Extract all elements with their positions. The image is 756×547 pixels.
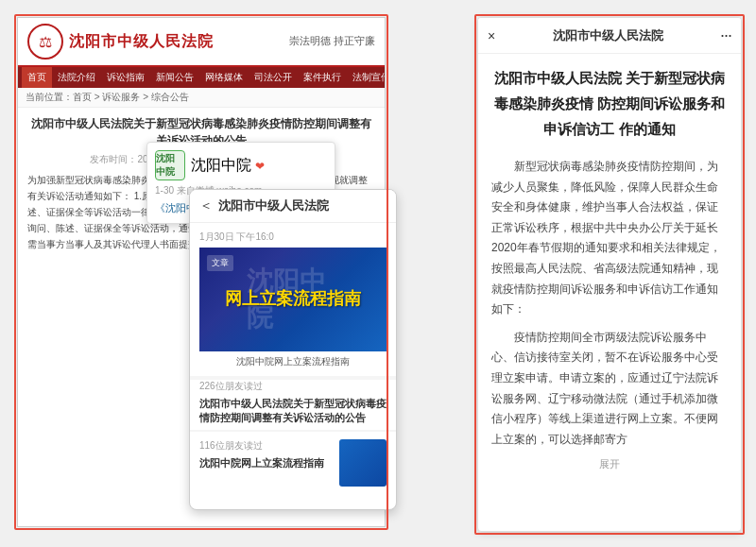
nav-case[interactable]: 案件执行 bbox=[298, 67, 347, 88]
body-paragraph-1: 新型冠状病毒感染肺炎疫情防控期间，为减少人员聚集，降低风险，保障人民群众生命安全… bbox=[491, 157, 728, 320]
nav-guide[interactable]: 诉讼指南 bbox=[101, 67, 150, 88]
video-caption: 沈阳中院网上立案流程指南 bbox=[199, 355, 387, 368]
mobile-header: ＜ 沈阳市中级人民法院 bbox=[190, 190, 396, 223]
mobile-app-title: 沈阳市中级人民法院 bbox=[218, 197, 329, 214]
news-title-2[interactable]: 沈阳中院网上立案流程指南 bbox=[199, 456, 332, 470]
close-button[interactable]: × bbox=[488, 28, 495, 43]
article-main-title: 沈阳市中级人民法院 关于新型冠状病毒感染肺炎疫情 防控期间诉讼服务和申诉信访工 … bbox=[491, 65, 728, 142]
mobile-back-button[interactable]: ＜ bbox=[199, 197, 213, 214]
wechat-name-container: 沈阳中院 ❤ bbox=[191, 156, 265, 176]
mobile-content: 1月30日 下午16:0 沈阳中院 文章 网上立案流程指南 沈阳中院网上立案流程… bbox=[190, 223, 396, 494]
wechat-avatar: 沈阳 中院 bbox=[155, 150, 185, 180]
nav-bar: 首页 法院介绍 诉讼指南 新闻公告 网络媒体 司法公开 案件执行 法制宣传 开门… bbox=[18, 67, 385, 88]
read-count-1: 226位朋友读过 bbox=[199, 380, 387, 393]
wechat-account-name: 沈阳中院 ❤ bbox=[191, 156, 265, 176]
news-title-1[interactable]: 沈阳市中级人民法院关于新型冠状病毒疫情防控期间调整有关诉讼活动的公告 bbox=[199, 397, 387, 426]
site-header: ⚖ 沈阳市中级人民法院 崇法明德 持正守廉 bbox=[18, 18, 385, 67]
logo-glyph: ⚖ bbox=[39, 33, 52, 51]
nav-home[interactable]: 首页 bbox=[22, 67, 52, 88]
video-thumbnail[interactable]: 沈阳中院 文章 网上立案流程指南 bbox=[199, 248, 387, 351]
video-label: 文章 bbox=[207, 255, 233, 271]
mobile-news-item-2: 116位朋友读过 沈阳中院网上立案流程指南 bbox=[190, 432, 396, 494]
more-options-button[interactable]: ··· bbox=[720, 26, 731, 45]
mobile-date: 1月30日 下午16:0 bbox=[199, 231, 387, 244]
expand-button[interactable]: 展开 bbox=[491, 457, 728, 471]
nav-news[interactable]: 新闻公告 bbox=[150, 67, 199, 88]
site-logo: ⚖ 沈阳市中级人民法院 bbox=[27, 24, 214, 60]
body-paragraph-2: 疫情防控期间全市两级法院诉讼服务中心、信访接待室关闭，暂不在诉讼服务中心受理立案… bbox=[491, 328, 728, 451]
breadcrumb: 当前位置：首页 > 诉讼服务 > 综合公告 bbox=[18, 88, 385, 108]
wechat-heart-icon: ❤ bbox=[255, 160, 265, 173]
site-slogan: 崇法明德 持正守廉 bbox=[289, 34, 375, 48]
article-detail-panel: × 沈阳市中级人民法院 ··· 沈阳市中级人民法院 关于新型冠状病毒感染肺炎疫情… bbox=[477, 17, 742, 532]
right-panel-content: 沈阳市中级人民法院 关于新型冠状病毒感染肺炎疫情 防控期间诉讼服务和申诉信访工 … bbox=[478, 54, 741, 527]
nav-judicial[interactable]: 司法公开 bbox=[249, 67, 298, 88]
nav-intro[interactable]: 法院介绍 bbox=[52, 67, 101, 88]
mobile-app-panel: ＜ 沈阳市中级人民法院 1月30日 下午16:0 沈阳中院 文章 网上立案流程指… bbox=[189, 189, 397, 510]
video-main-text: 网上立案流程指南 bbox=[225, 288, 361, 310]
court-logo-icon: ⚖ bbox=[27, 24, 63, 60]
right-panel-title: 沈阳市中级人民法院 bbox=[553, 27, 663, 44]
wechat-header: 沈阳 中院 沈阳中院 ❤ bbox=[155, 150, 327, 180]
article-main-body: 新型冠状病毒感染肺炎疫情防控期间，为减少人员聚集，降低风险，保障人民群众生命安全… bbox=[491, 157, 728, 450]
wechat-name-text: 沈阳中院 bbox=[191, 157, 251, 173]
read-count-2: 116位朋友读过 bbox=[199, 439, 332, 453]
right-panel-header: × 沈阳市中级人民法院 ··· bbox=[478, 18, 741, 54]
news-thumbnail bbox=[339, 439, 387, 487]
mobile-news-item-1: 1月30日 下午16:0 沈阳中院 文章 网上立案流程指南 沈阳中院网上立案流程… bbox=[190, 223, 396, 376]
nav-media[interactable]: 网络媒体 bbox=[199, 67, 249, 88]
nav-legal[interactable]: 法制宣传 bbox=[347, 67, 386, 88]
site-title: 沈阳市中级人民法院 bbox=[69, 32, 214, 52]
